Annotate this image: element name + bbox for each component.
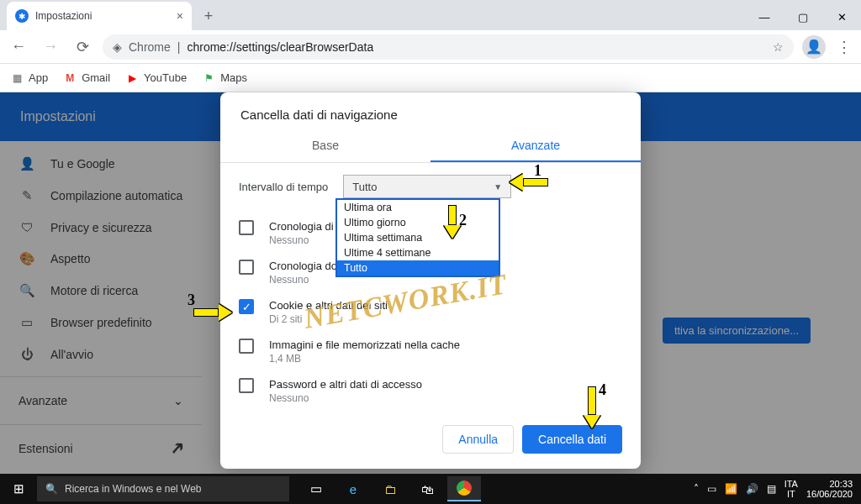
dialog-body: Intervallo di tempo Tutto ▼ Cronologia d… [220,163,641,413]
gear-icon: ✱ [15,9,29,23]
maps-icon: ⚑ [202,71,215,85]
action-center-icon[interactable]: ▤ [767,483,776,495]
youtube-icon: ▶ [125,71,139,85]
new-tab-button[interactable]: + [197,4,220,28]
bookmarks-bar: ▦App MGmail ▶YouTube ⚑Maps [0,64,861,92]
reload-button[interactable]: ⟳ [71,38,94,56]
edge-icon[interactable]: e [336,476,370,501]
clock[interactable]: 20:3316/06/2020 [806,479,853,499]
option-all-time[interactable]: Tutto [337,260,499,276]
wifi-icon[interactable]: 📶 [725,483,737,495]
annotation-number-3: 3 [188,291,195,309]
row-passwords[interactable]: Password e altri dati di accessoNessuno [239,371,622,411]
bookmark-apps[interactable]: ▦App [10,71,48,85]
checkbox-passwords[interactable] [239,378,254,393]
annotation-number-2: 2 [459,212,467,229]
window-controls: — ▢ ✕ [745,3,861,30]
maximize-button[interactable]: ▢ [784,3,822,30]
row-cookies[interactable]: ✓ Cookie e altri dati dei sitiDi 2 siti [239,292,622,332]
taskbar-search[interactable]: 🔍 Ricerca in Windows e nel Web [37,476,289,501]
option-last-4-weeks[interactable]: Ultime 4 settimane [337,245,499,260]
option-last-day[interactable]: Ultimo giorno [337,215,499,230]
kebab-menu-icon[interactable]: ⋮ [834,38,854,56]
time-range-label: Intervallo di tempo [239,181,328,193]
minimize-button[interactable]: — [745,3,784,30]
bookmark-gmail[interactable]: MGmail [63,71,110,85]
url-text: chrome://settings/clearBrowserData [187,40,373,54]
bookmark-star-icon[interactable]: ☆ [773,40,784,54]
gmail-icon: M [63,71,77,85]
taskbar-search-placeholder: Ricerca in Windows e nel Web [65,483,202,495]
battery-icon[interactable]: ▭ [707,483,716,495]
back-button[interactable]: ← [7,38,30,55]
windows-taskbar: ⊞ 🔍 Ricerca in Windows e nel Web ▭ e 🗀 🛍… [0,474,861,504]
annotation-number-4: 4 [599,381,606,399]
row-cached-images[interactable]: Immagini e file memorizzati nella cache1… [239,332,622,371]
dialog-tabs: Base Avanzate [220,130,641,163]
bookmark-youtube[interactable]: ▶YouTube [125,71,187,85]
file-explorer-icon[interactable]: 🗀 [373,476,407,501]
annotation-number-1: 1 [534,162,541,180]
time-range-dropdown: Ultima ora Ultimo giorno Ultima settiman… [335,198,500,277]
time-range-select[interactable]: Tutto ▼ [343,175,511,198]
browser-toolbar: ← → ⟳ ◈ Chrome | chrome://settings/clear… [0,30,861,64]
time-range-row: Intervallo di tempo Tutto ▼ [239,175,622,198]
annotation-arrow-1 [510,174,548,191]
system-tray: ˄ ▭ 📶 🔊 ▤ ITAIT 20:3316/06/2020 [685,479,861,499]
option-last-week[interactable]: Ultima settimana [337,230,499,245]
chrome-taskbar-icon[interactable] [447,476,481,501]
forward-button[interactable]: → [39,38,62,55]
checkbox-cached-images[interactable] [239,339,254,354]
address-bar[interactable]: ◈ Chrome | chrome://settings/clearBrowse… [103,34,794,60]
tab-advanced[interactable]: Avanzate [430,130,641,162]
annotation-arrow-4 [584,386,600,428]
task-view-icon[interactable]: ▭ [299,476,333,501]
url-prefix: Chrome [129,40,171,54]
clear-browsing-data-dialog: Cancella dati di navigazione Base Avanza… [220,92,641,469]
store-icon[interactable]: 🛍 [410,476,444,501]
tab-basic[interactable]: Base [220,130,430,162]
tab-title: Impostazioni [35,10,92,22]
clear-data-button[interactable]: Cancella dati [522,425,622,454]
close-tab-icon[interactable]: × [177,9,183,23]
bookmark-maps[interactable]: ⚑Maps [202,71,247,85]
dialog-title: Cancella dati di navigazione [220,92,641,130]
annotation-arrow-3 [193,304,232,321]
site-info-icon: ◈ [113,40,122,54]
window-titlebar: ✱ Impostazioni × + — ▢ ✕ [0,0,861,30]
annotation-arrow-2 [444,205,461,239]
profile-avatar[interactable]: 👤 [802,35,826,59]
cancel-button[interactable]: Annulla [442,425,514,454]
taskbar-apps: ▭ e 🗀 🛍 [299,476,481,501]
start-button[interactable]: ⊞ [0,481,37,496]
checkbox-cookies[interactable]: ✓ [239,299,254,314]
checkbox-browsing-history[interactable] [239,220,254,235]
apps-icon: ▦ [10,71,24,85]
url-sep: | [177,40,181,54]
close-window-button[interactable]: ✕ [822,3,861,30]
search-icon: 🔍 [45,483,58,495]
checkbox-download-history[interactable] [239,260,254,275]
time-range-value: Tutto [352,181,377,193]
option-last-hour[interactable]: Ultima ora [337,200,499,215]
browser-tab[interactable]: ✱ Impostazioni × [7,2,192,30]
volume-icon[interactable]: 🔊 [746,483,758,495]
dialog-footer: Annulla Cancella dati [220,413,641,469]
tray-chevron-icon[interactable]: ˄ [694,483,699,495]
dropdown-triangle-icon: ▼ [494,182,502,192]
language-indicator[interactable]: ITAIT [784,479,798,499]
